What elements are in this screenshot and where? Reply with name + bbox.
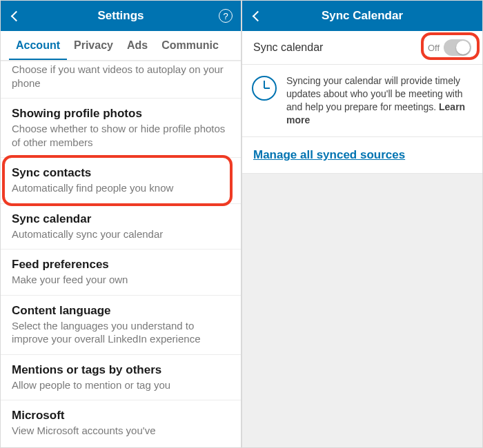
tab-ads[interactable]: Ads <box>120 31 155 60</box>
sync-calendar-label: Sync calendar <box>253 41 323 54</box>
tab-privacy[interactable]: Privacy <box>67 31 120 60</box>
sync-info-text: Syncing your calendar will provide timel… <box>286 74 471 127</box>
list-item-sync-contacts[interactable]: Sync contacts Automatically find people … <box>1 158 241 204</box>
sync-calendar-toggle[interactable] <box>444 39 471 56</box>
row-subtitle: Allow people to mention or tag you <box>12 378 230 392</box>
settings-tabs: Account Privacy Ads Communic <box>1 31 241 61</box>
tab-account[interactable]: Account <box>9 31 67 60</box>
tab-communications[interactable]: Communic <box>155 31 226 60</box>
list-item[interactable]: Content language Select the languages yo… <box>1 296 241 355</box>
help-icon: ? <box>219 9 233 23</box>
sync-title: Sync Calendar <box>322 9 403 23</box>
row-title: Feed preferences <box>12 258 230 272</box>
list-item[interactable]: Mentions or tags by others Allow people … <box>1 355 241 401</box>
help-button[interactable]: ? <box>210 1 241 31</box>
row-subtitle: Choose whether to show or hide profile p… <box>12 122 230 149</box>
row-title: Microsoft <box>12 409 230 422</box>
back-button[interactable] <box>1 1 31 31</box>
row-title: Sync contacts <box>12 166 230 180</box>
row-subtitle: Automatically sync your calendar <box>12 227 230 241</box>
list-item[interactable]: Showing profile photos Choose whether to… <box>1 99 241 158</box>
toggle-state-text: Off <box>428 43 440 53</box>
highlight-outline <box>2 155 233 206</box>
manage-sources-link[interactable]: Manage all synced sources <box>253 148 405 161</box>
info-text-body: Syncing your calendar will provide timel… <box>286 75 463 112</box>
settings-list[interactable]: Choose if you want videos to autoplay on… <box>1 61 241 447</box>
row-subtitle: Choose if you want videos to autoplay on… <box>12 63 230 90</box>
list-item[interactable]: Feed preferences Make your feed your own <box>1 250 241 296</box>
list-item[interactable]: Sync calendar Automatically sync your ca… <box>1 204 241 250</box>
settings-pane: Settings ? Account Privacy Ads Communic … <box>1 1 241 447</box>
sync-calendar-row: Sync calendar Off <box>242 31 482 65</box>
row-title: Mentions or tags by others <box>12 363 230 377</box>
row-title: Content language <box>12 304 230 318</box>
row-subtitle: Make your feed your own <box>12 273 230 287</box>
list-item[interactable]: Choose if you want videos to autoplay on… <box>1 61 241 99</box>
row-subtitle: Select the languages you understand to i… <box>12 319 230 346</box>
row-title: Sync calendar <box>12 212 230 226</box>
row-title: Showing profile photos <box>12 107 230 121</box>
manage-sources-row: Manage all synced sources <box>242 137 482 174</box>
row-subtitle: View Microsoft accounts you've <box>12 424 230 438</box>
back-button[interactable] <box>242 1 273 31</box>
row-subtitle: Automatically find people you know <box>12 181 230 195</box>
sync-calendar-pane: Sync Calendar Sync calendar Off Syncing … <box>241 1 482 447</box>
sync-header: Sync Calendar <box>242 1 482 31</box>
sync-info-row: Syncing your calendar will provide timel… <box>242 65 482 137</box>
list-item[interactable]: Microsoft View Microsoft accounts you've <box>1 400 241 446</box>
settings-title: Settings <box>97 9 144 23</box>
chevron-left-icon <box>10 10 21 21</box>
chevron-left-icon <box>252 10 263 21</box>
clock-icon <box>252 76 277 101</box>
toggle-wrap: Off <box>428 39 471 56</box>
sync-body: Sync calendar Off Syncing your calendar … <box>242 31 482 447</box>
settings-header: Settings ? <box>1 1 241 31</box>
